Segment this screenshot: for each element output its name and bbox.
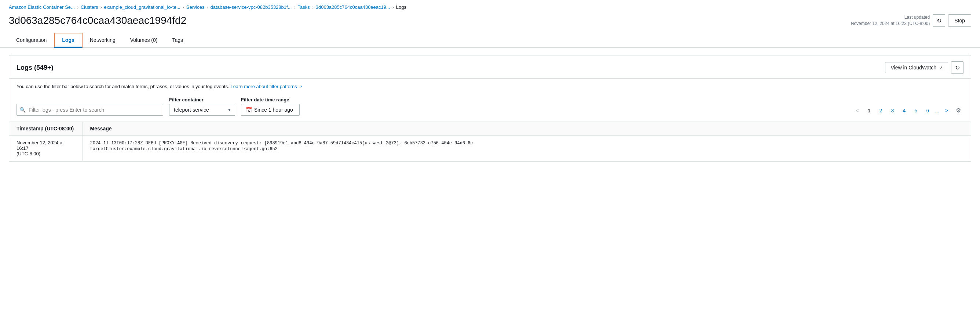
pagination-page-3[interactable]: 3 — [887, 105, 897, 116]
filter-container-label: Filter container — [169, 97, 235, 102]
tab-configuration[interactable]: Configuration — [9, 33, 54, 48]
external-link-icon: ↗ — [939, 65, 943, 70]
refresh-button[interactable]: ↻ — [933, 14, 945, 27]
breadcrumb-sep-1: › — [100, 5, 102, 10]
filter-date-label: Filter date time range — [241, 97, 300, 102]
stop-button[interactable]: Stop — [948, 14, 971, 27]
logs-refresh-button[interactable]: ↻ — [951, 61, 964, 74]
tab-tags[interactable]: Tags — [165, 33, 190, 48]
cell-timestamp: November 12, 2024 at 16:17 (UTC-8:00) — [9, 135, 83, 161]
logs-title-group: Logs (549+) — [16, 64, 54, 72]
breadcrumb-item-0[interactable]: Amazon Elastic Container Se... — [9, 5, 75, 10]
col-timestamp: Timestamp (UTC-08:00) — [9, 121, 83, 135]
breadcrumb-sep-4: › — [294, 5, 295, 10]
filter-date-value: Since 1 hour ago — [254, 107, 293, 113]
refresh-icon: ↻ — [937, 17, 942, 24]
filter-date-group: Filter date time range 📅 Since 1 hour ag… — [241, 97, 300, 116]
filter-container-group: Filter container teleport-service ▼ — [169, 97, 235, 116]
pagination-prev[interactable]: < — [852, 105, 862, 116]
page-wrapper: Amazon Elastic Container Se... › Cluster… — [0, 0, 980, 321]
tab-networking[interactable]: Networking — [83, 33, 123, 48]
breadcrumb-sep-5: › — [312, 5, 313, 10]
breadcrumb-item-1[interactable]: Clusters — [81, 5, 98, 10]
tabs-container: Configuration Logs Networking Volumes (0… — [0, 33, 980, 48]
search-wrapper: 🔍 — [16, 104, 163, 116]
table-row: November 12, 2024 at 16:17 (UTC-8:00)202… — [9, 135, 971, 161]
breadcrumb-item-2[interactable]: example_cloud_gravitational_io-te... — [104, 5, 180, 10]
content-area: Logs (549+) View in CloudWatch ↗ ↻ You c… — [0, 55, 980, 161]
pagination-page-1[interactable]: 1 — [864, 105, 874, 116]
pagination-page-2[interactable]: 2 — [875, 105, 886, 116]
filter-container-select-wrapper: teleport-service ▼ — [169, 104, 235, 116]
logs-panel: Logs (549+) View in CloudWatch ↗ ↻ You c… — [9, 55, 971, 161]
filter-patterns-ext-icon: ↗ — [299, 84, 302, 90]
filter-logs-input[interactable] — [16, 104, 163, 116]
view-cloudwatch-button[interactable]: View in CloudWatch ↗ — [885, 62, 948, 73]
breadcrumb-sep-6: › — [393, 5, 394, 10]
filter-container-select[interactable]: teleport-service — [169, 104, 235, 116]
last-updated-text: Last updated November 12, 2024 at 16:23 … — [851, 14, 930, 27]
logs-table: Timestamp (UTC-08:00) Message November 1… — [9, 121, 971, 161]
logs-title: Logs — [16, 64, 34, 71]
logs-header-actions: View in CloudWatch ↗ ↻ — [885, 61, 964, 74]
header-actions: Last updated November 12, 2024 at 16:23 … — [851, 14, 971, 27]
table-header-row: Timestamp (UTC-08:00) Message — [9, 121, 971, 135]
pagination-page-5[interactable]: 5 — [911, 105, 921, 116]
breadcrumb-item-3[interactable]: Services — [186, 5, 205, 10]
breadcrumb-sep-0: › — [77, 5, 78, 10]
view-cloudwatch-label: View in CloudWatch — [891, 65, 936, 70]
filter-search-group: 🔍 — [16, 104, 163, 116]
tab-logs[interactable]: Logs — [54, 33, 82, 48]
breadcrumb-item-5[interactable]: Tasks — [298, 5, 310, 10]
filter-patterns-link[interactable]: Learn more about filter patterns ↗ — [230, 84, 302, 89]
breadcrumb-sep-3: › — [207, 5, 208, 10]
pagination-next[interactable]: > — [942, 105, 952, 116]
tab-volumes[interactable]: Volumes (0) — [123, 33, 165, 48]
breadcrumb-item-6[interactable]: 3d063a285c764c0caa430aeac19... — [316, 5, 390, 10]
calendar-icon: 📅 — [246, 107, 252, 113]
breadcrumb-current: Logs — [396, 5, 406, 10]
breadcrumb: Amazon Elastic Container Se... › Cluster… — [0, 0, 980, 13]
logs-count-value: (549+) — [34, 64, 54, 71]
breadcrumb-item-4[interactable]: database-service-vpc-082b35328b1f... — [210, 5, 292, 10]
filter-row: 🔍 Filter container teleport-service ▼ — [9, 93, 971, 121]
pagination-page-6[interactable]: 6 — [923, 105, 933, 116]
page-header: 3d063a285c764c0caa430aeac1994fd2 Last up… — [0, 13, 980, 33]
pagination-page-4[interactable]: 4 — [899, 105, 909, 116]
pagination-ellipsis: ... — [934, 108, 940, 113]
filter-date-button[interactable]: 📅 Since 1 hour ago — [241, 104, 300, 116]
breadcrumb-sep-2: › — [183, 5, 184, 10]
pagination-settings-icon[interactable]: ⚙ — [953, 105, 964, 116]
logs-panel-header: Logs (549+) View in CloudWatch ↗ ↻ — [9, 56, 971, 78]
col-message: Message — [83, 121, 971, 135]
stop-label: Stop — [955, 18, 965, 24]
cell-message: 2024-11-13T00:17:28Z DEBU [PROXY:AGE] Re… — [83, 135, 971, 161]
pagination: < 1 2 3 4 5 6 ... > ⚙ — [852, 105, 964, 116]
logs-refresh-icon: ↻ — [955, 64, 960, 71]
logs-description: You can use the filter bar below to sear… — [9, 78, 971, 93]
page-title: 3d063a285c764c0caa430aeac1994fd2 — [9, 15, 186, 26]
